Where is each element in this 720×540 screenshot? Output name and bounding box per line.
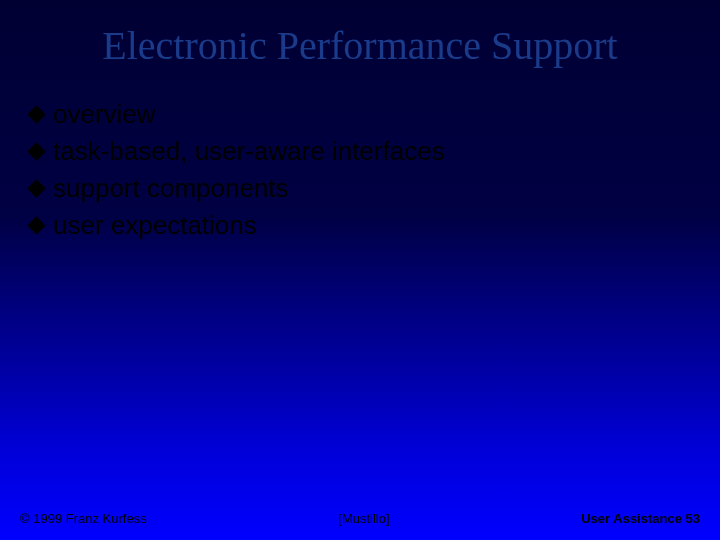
diamond-bullet-icon [27, 216, 45, 234]
slide: Electronic Performance Support overview … [0, 0, 720, 540]
bullet-text: overview [53, 99, 156, 130]
bullet-item: overview [30, 99, 720, 130]
footer-citation: [Mustillo] [147, 511, 582, 526]
diamond-bullet-icon [27, 179, 45, 197]
footer-copyright: © 1999 Franz Kurfess [20, 511, 147, 526]
bullet-item: user expectations [30, 210, 720, 241]
bullet-item: support components [30, 173, 720, 204]
slide-title: Electronic Performance Support [0, 0, 720, 99]
diamond-bullet-icon [27, 105, 45, 123]
slide-footer: © 1999 Franz Kurfess [Mustillo] User Ass… [0, 511, 720, 526]
slide-body: overview task-based, user-aware interfac… [0, 99, 720, 241]
bullet-item: task-based, user-aware interfaces [30, 136, 720, 167]
bullet-text: support components [53, 173, 289, 204]
bullet-text: task-based, user-aware interfaces [53, 136, 445, 167]
bullet-text: user expectations [53, 210, 257, 241]
footer-page-label: User Assistance 53 [581, 511, 700, 526]
diamond-bullet-icon [27, 142, 45, 160]
